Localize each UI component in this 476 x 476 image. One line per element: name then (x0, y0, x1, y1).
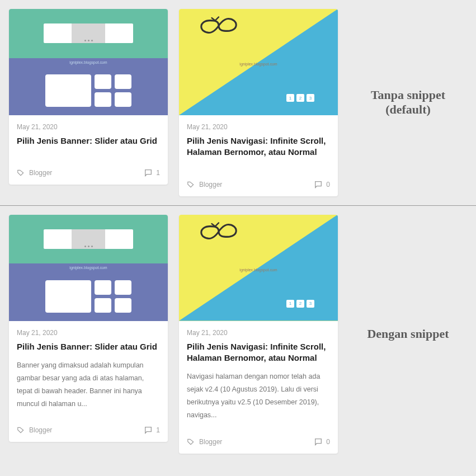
post-card[interactable]: igniplex.blogspot.com 1 2 3 May 21, 2020… (179, 215, 338, 454)
comment-count: 0 (326, 438, 330, 446)
tag-icon (17, 169, 25, 177)
tag-icon (17, 426, 25, 434)
grid-graphic (45, 280, 91, 313)
watermark: igniplex.blogspot.com (9, 58, 168, 67)
post-date: May 21, 2020 (187, 329, 330, 337)
post-thumbnail: igniplex.blogspot.com 1 2 3 (179, 215, 338, 321)
tag-icon (187, 438, 195, 446)
tag-icon (187, 181, 195, 188)
post-category[interactable]: Blogger (199, 438, 222, 446)
post-thumbnail: igniplex.blogspot.com (9, 215, 168, 321)
post-category[interactable]: Blogger (29, 169, 52, 177)
infinity-icon (197, 221, 241, 244)
post-card[interactable]: igniplex.blogspot.com 1 2 3 May 21, 2020… (179, 9, 338, 196)
post-title[interactable]: Pilih Jenis Banner: Slider atau Grid (17, 341, 160, 352)
pagination-graphic: 1 2 3 (286, 94, 314, 102)
post-category[interactable]: Blogger (199, 181, 222, 188)
post-title[interactable]: Pilih Jenis Banner: Slider atau Grid (17, 135, 160, 147)
comment-icon (314, 180, 323, 189)
slider-graphic (44, 23, 133, 43)
watermark: igniplex.blogspot.com (239, 268, 277, 272)
section-without-snippet: igniplex.blogspot.com May 21, 2020 Pilih… (0, 0, 476, 205)
comment-count: 1 (156, 169, 160, 177)
post-title[interactable]: Pilih Jenis Navigasi: Infinite Scroll, H… (187, 341, 330, 364)
section-with-snippet: igniplex.blogspot.com May 21, 2020 Pilih… (0, 206, 476, 463)
post-thumbnail: igniplex.blogspot.com 1 2 3 (179, 9, 338, 115)
comment-icon (314, 437, 323, 446)
post-date: May 21, 2020 (187, 123, 330, 131)
grid-graphic (45, 74, 91, 107)
post-card[interactable]: igniplex.blogspot.com May 21, 2020 Pilih… (9, 9, 168, 185)
comment-count: 1 (156, 426, 160, 434)
infinity-icon (197, 16, 241, 38)
pagination-graphic: 1 2 3 (286, 300, 314, 308)
section-label: Tanpa snippet (default) (349, 88, 467, 117)
slider-graphic (44, 229, 133, 249)
watermark: igniplex.blogspot.com (9, 263, 168, 272)
post-date: May 21, 2020 (17, 123, 160, 131)
post-category[interactable]: Blogger (29, 426, 52, 434)
post-date: May 21, 2020 (17, 329, 160, 337)
comment-icon (144, 168, 153, 177)
comment-icon (144, 426, 153, 435)
comment-count: 0 (326, 181, 330, 188)
watermark: igniplex.blogspot.com (239, 62, 277, 66)
post-thumbnail: igniplex.blogspot.com (9, 9, 168, 115)
post-title[interactable]: Pilih Jenis Navigasi: Infinite Scroll, H… (187, 135, 330, 158)
post-card[interactable]: igniplex.blogspot.com May 21, 2020 Pilih… (9, 215, 168, 442)
post-snippet: Banner yang dimaksud adalah kumpulan gam… (17, 359, 160, 411)
section-label: Dengan snippet (349, 327, 467, 341)
post-snippet: Navigasi halaman dengan nomor telah ada … (187, 370, 330, 422)
